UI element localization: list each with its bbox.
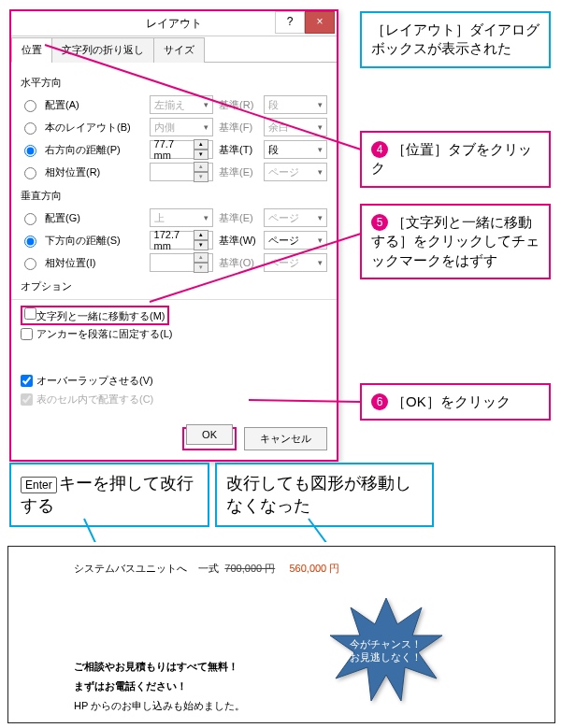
radio-h-align[interactable]	[24, 100, 36, 112]
chevron-down-icon: ▾	[318, 258, 323, 267]
radio-v-down[interactable]	[24, 236, 36, 248]
radio-v-rel[interactable]	[24, 258, 36, 270]
radio-h-rel[interactable]	[24, 167, 36, 179]
label-h-rel: 相対位置(R)	[45, 165, 144, 179]
chevron-down-icon: ▾	[204, 213, 209, 222]
kbd-enter: Enter	[21, 477, 57, 493]
label-v-rel-basis: 基準(O)	[219, 256, 257, 270]
tab-size[interactable]: サイズ	[153, 37, 205, 63]
input-h-rel[interactable]: ▴▾	[150, 163, 213, 181]
cancel-button[interactable]: キャンセル	[244, 427, 327, 450]
group-vertical-title: 垂直方向	[21, 189, 327, 203]
chevron-down-icon: ▾	[318, 122, 323, 132]
select-h-book-basis[interactable]: 余白▾	[264, 118, 327, 136]
label-anchor-lock: アンカーを段落に固定する(L)	[36, 327, 172, 341]
input-v-down[interactable]: 172.7 mm▴▾	[150, 231, 213, 250]
spinner-icon[interactable]: ▴▾	[194, 230, 209, 250]
chk-move-with-text[interactable]	[24, 307, 36, 320]
layout-dialog: レイアウト ? × 位置 文字列の折り返し サイズ 水平方向 配置(A) 左揃え…	[9, 9, 338, 462]
label-v-align: 配置(G)	[45, 211, 144, 225]
spinner-icon[interactable]: ▴▾	[194, 252, 209, 273]
badge-4: 4	[371, 141, 388, 158]
radio-h-right[interactable]	[24, 145, 36, 157]
chevron-down-icon: ▾	[318, 236, 323, 245]
label-overlap: オーバーラップさせる(V)	[36, 374, 153, 388]
chevron-down-icon: ▾	[204, 100, 209, 109]
tab-wrapping[interactable]: 文字列の折り返し	[51, 37, 154, 63]
spinner-icon[interactable]: ▴▾	[194, 139, 209, 160]
group-horizontal-title: 水平方向	[21, 76, 327, 90]
radio-v-align[interactable]	[24, 213, 36, 225]
select-v-rel-basis[interactable]: ページ▾	[264, 253, 327, 272]
callout-enter: Enterキーを押して改行する	[9, 463, 209, 527]
select-h-book[interactable]: 内側▾	[150, 118, 213, 136]
starburst-shape: 今がチャンス！ お見逃しなく！	[330, 598, 442, 703]
label-v-down: 下方向の距離(S)	[45, 234, 144, 248]
chevron-down-icon: ▾	[318, 100, 323, 109]
callout-dialog-shown: ［レイアウト］ダイアログボックスが表示された	[360, 11, 551, 68]
close-button[interactable]: ×	[305, 11, 335, 34]
label-h-right-basis: 基準(T)	[219, 143, 257, 157]
callout-no-move: 改行しても図形が移動しなくなった	[215, 463, 434, 527]
label-cell-layout: 表のセル内で配置する(C)	[36, 393, 153, 407]
tab-strip: 位置 文字列の折り返し サイズ	[11, 36, 337, 63]
select-h-align[interactable]: 左揃え▾	[150, 95, 213, 114]
label-v-down-basis: 基準(W)	[219, 234, 257, 248]
starburst-text: 今がチャンス！ お見逃しなく！	[329, 637, 441, 664]
spinner-icon[interactable]: ▴▾	[194, 162, 209, 182]
chk-anchor-lock[interactable]	[21, 328, 33, 340]
chk-cell-layout	[21, 393, 33, 406]
group-options-title: オプション	[21, 279, 327, 293]
label-h-align: 配置(A)	[45, 98, 144, 112]
callout-4: 4［位置］タブをクリック	[360, 131, 551, 188]
select-h-right-basis[interactable]: 段▾	[264, 140, 327, 159]
help-button[interactable]: ?	[275, 11, 305, 34]
document-preview: システムバスユニットへ 一式 700,000 円 560,000 円 今がチャン…	[7, 546, 555, 723]
badge-6: 6	[371, 393, 388, 410]
radio-h-book[interactable]	[24, 122, 36, 135]
chevron-down-icon: ▾	[318, 167, 323, 177]
chevron-down-icon: ▾	[318, 213, 323, 222]
callout-6: 6［OK］をクリック	[360, 383, 551, 421]
input-v-rel[interactable]: ▴▾	[150, 253, 213, 272]
ok-button[interactable]: OK	[186, 424, 233, 445]
callout-5: 5［文字列と一緒に移動する］をクリックしてチェックマークをはずす	[360, 204, 551, 279]
label-h-align-basis: 基準(R)	[219, 98, 257, 112]
select-v-align-basis[interactable]: ページ▾	[264, 208, 327, 227]
doc-line-1: システムバスユニットへ 一式 700,000 円 560,000 円	[74, 562, 489, 576]
input-h-right[interactable]: 77.7 mm▴▾	[150, 140, 213, 159]
select-v-down-basis[interactable]: ページ▾	[264, 231, 327, 250]
label-h-right: 右方向の距離(P)	[45, 143, 144, 157]
label-move-with-text: 文字列と一緒に移動する(M)	[36, 310, 165, 321]
select-h-align-basis[interactable]: 段▾	[264, 95, 327, 114]
chevron-down-icon: ▾	[318, 145, 323, 154]
dialog-title: レイアウト	[146, 17, 202, 30]
label-v-align-basis: 基準(E)	[219, 211, 257, 225]
label-h-book-basis: 基準(F)	[219, 121, 257, 135]
select-v-align[interactable]: 上▾	[150, 208, 213, 227]
dialog-titlebar: レイアウト ? ×	[11, 11, 337, 36]
label-v-rel: 相対位置(I)	[45, 256, 144, 270]
tab-position[interactable]: 位置	[11, 37, 52, 63]
label-h-rel-basis: 基準(E)	[219, 165, 257, 179]
chk-overlap[interactable]	[21, 375, 33, 387]
select-h-rel-basis[interactable]: ページ▾	[264, 163, 327, 181]
chevron-down-icon: ▾	[204, 122, 209, 132]
label-h-book: 本のレイアウト(B)	[45, 121, 144, 135]
badge-5: 5	[371, 214, 388, 231]
